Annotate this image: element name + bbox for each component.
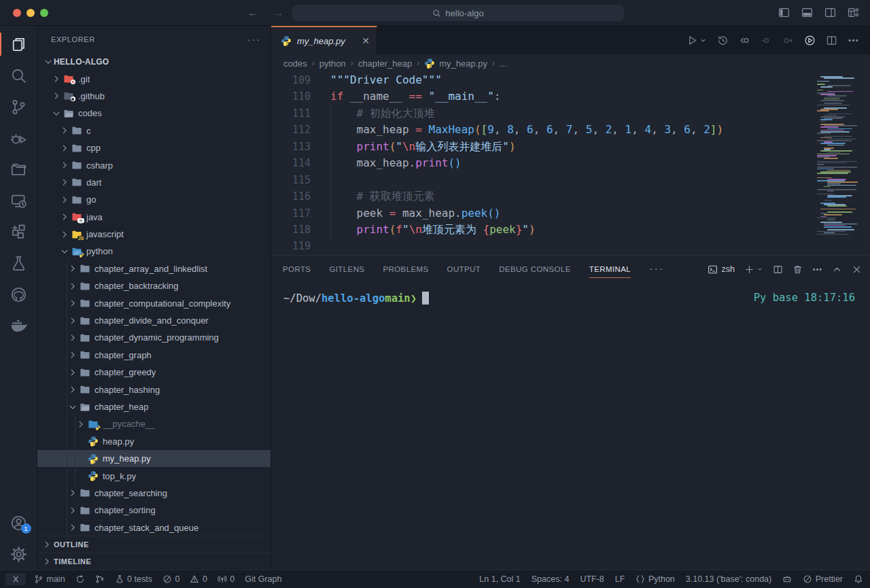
history-forward-icon[interactable]: → bbox=[273, 6, 284, 20]
history-back-icon[interactable]: ← bbox=[247, 6, 259, 20]
panel-tab-problems[interactable]: PROBLEMS bbox=[383, 256, 428, 283]
panel-tab-terminal[interactable]: TERMINAL bbox=[589, 256, 631, 283]
panel-tab-ports[interactable]: PORTS bbox=[283, 256, 311, 283]
tree-item-heap-py[interactable]: heap.py bbox=[37, 433, 271, 450]
terminal[interactable]: ~/Dow/hello-algo main ❯ Py base 18:17:16 bbox=[271, 283, 870, 570]
panel-right-icon[interactable] bbox=[824, 7, 836, 18]
tree-item-javascript[interactable]: JSjavascript bbox=[37, 226, 271, 243]
activity-source-control[interactable] bbox=[0, 91, 37, 122]
breadcrumb-item[interactable]: codes bbox=[283, 58, 307, 69]
status-broadcast[interactable]: 0 bbox=[218, 574, 234, 584]
activity-github[interactable] bbox=[0, 279, 37, 310]
tree-item-chapter-backtracking[interactable]: chapter_backtracking bbox=[37, 277, 271, 294]
status-branch[interactable]: main bbox=[34, 574, 65, 584]
close-icon[interactable] bbox=[852, 264, 862, 275]
tree-item-chapter-graph[interactable]: chapter_graph bbox=[37, 347, 271, 364]
run-circle-icon[interactable] bbox=[804, 35, 816, 46]
tree-item-chapter-heap[interactable]: chapter_heap bbox=[37, 398, 271, 415]
status-braces[interactable]: Python bbox=[636, 574, 674, 584]
layout-custom-icon[interactable] bbox=[848, 7, 859, 18]
status-3-10-13-base-conda-[interactable]: 3.10.13 ('base': conda) bbox=[686, 574, 771, 584]
code-editor[interactable]: 109"""Driver Code"""110if __name__ == "_… bbox=[271, 72, 870, 255]
close-window-button[interactable] bbox=[13, 9, 21, 17]
nav-forward-dim-icon[interactable] bbox=[782, 35, 794, 46]
activity-file-folder[interactable] bbox=[0, 154, 37, 185]
tree-item-go[interactable]: go bbox=[37, 191, 271, 208]
tree-item-cpp[interactable]: cpp bbox=[37, 139, 271, 156]
status-git-graph[interactable] bbox=[95, 574, 105, 584]
tree-root[interactable]: HELLO-ALGO bbox=[37, 53, 271, 70]
sidebar-section-timeline[interactable]: TIMELINE bbox=[37, 553, 271, 570]
tree-item-chapter-dynamic-programming[interactable]: chapter_dynamic_programming bbox=[37, 329, 271, 346]
terminal-shell-selector[interactable]: zsh bbox=[708, 264, 735, 275]
new-terminal-button[interactable] bbox=[744, 264, 763, 275]
activity-search[interactable] bbox=[0, 60, 37, 91]
zoom-window-button[interactable] bbox=[40, 9, 48, 17]
tree-item-csharp[interactable]: csharp bbox=[37, 156, 271, 173]
run-button[interactable] bbox=[686, 35, 707, 46]
status-sync[interactable] bbox=[75, 574, 85, 584]
split-editor-icon[interactable] bbox=[826, 35, 837, 46]
tree-item--pycache-[interactable]: __pycache__ bbox=[37, 415, 271, 432]
panel-tab-output[interactable]: OUTPUT bbox=[447, 256, 481, 283]
activity-accounts[interactable]: 1 bbox=[0, 507, 37, 538]
status-error[interactable]: 0 bbox=[162, 574, 179, 584]
tree-item-chapter-divide-and-conquer[interactable]: chapter_divide_and_conquer bbox=[37, 312, 271, 329]
status-warning[interactable]: 0 bbox=[190, 574, 207, 584]
activity-explorer[interactable] bbox=[0, 29, 37, 60]
tree-item-chapter-hashing[interactable]: chapter_hashing bbox=[37, 381, 271, 398]
history-icon[interactable] bbox=[717, 35, 729, 46]
minimize-window-button[interactable] bbox=[27, 9, 35, 17]
breadcrumb-item[interactable]: chapter_heap bbox=[358, 58, 413, 69]
activity-run-debug[interactable] bbox=[0, 122, 37, 154]
status-beaker-sm[interactable]: 0 tests bbox=[115, 574, 152, 584]
panel-bottom-icon[interactable] bbox=[801, 7, 813, 18]
activity-extensions[interactable] bbox=[0, 216, 37, 247]
nav-circle-dim-icon[interactable] bbox=[761, 35, 772, 46]
tree-item-java[interactable]: ☕java bbox=[37, 209, 271, 226]
minimap[interactable] bbox=[817, 76, 862, 237]
trash-icon[interactable] bbox=[793, 264, 803, 275]
tree-item-c[interactable]: c bbox=[37, 122, 271, 139]
panel-tab-debug-console[interactable]: DEBUG CONSOLE bbox=[499, 256, 571, 283]
tree-item-top-k-py[interactable]: top_k.py bbox=[37, 467, 271, 484]
nav-back-icon[interactable] bbox=[739, 35, 750, 46]
tree-item-chapter-sorting[interactable]: chapter_sorting bbox=[37, 502, 271, 519]
status-ln-1-col-1[interactable]: Ln 1, Col 1 bbox=[479, 574, 520, 584]
activity-docker[interactable] bbox=[0, 310, 37, 341]
activity-remote-explorer[interactable] bbox=[0, 185, 37, 216]
more-icon[interactable] bbox=[812, 264, 822, 275]
tree-item-chapter-searching[interactable]: chapter_searching bbox=[37, 485, 271, 502]
status-spaces-4[interactable]: Spaces: 4 bbox=[532, 574, 570, 584]
breadcrumb-item[interactable]: ... bbox=[500, 58, 507, 69]
status-bell[interactable] bbox=[854, 574, 863, 584]
tree-item-python[interactable]: python bbox=[37, 243, 271, 260]
chevron-up-icon[interactable] bbox=[832, 264, 842, 275]
tree-item-codes[interactable]: codes bbox=[37, 105, 271, 122]
sidebar-section-outline[interactable]: OUTLINE bbox=[37, 536, 271, 553]
activity-testing[interactable] bbox=[0, 247, 37, 279]
command-center-search[interactable]: hello-algo bbox=[292, 5, 624, 21]
panel-tabs-more-icon[interactable]: ··· bbox=[649, 263, 664, 275]
status-copilot[interactable] bbox=[782, 574, 792, 584]
activity-settings[interactable] bbox=[0, 538, 37, 570]
status-utf-8[interactable]: UTF-8 bbox=[580, 574, 604, 584]
tree-item-chapter-computational-complexity[interactable]: chapter_computational_complexity bbox=[37, 294, 271, 311]
panel-tab-gitlens[interactable]: GITLENS bbox=[329, 256, 364, 283]
status-remote[interactable] bbox=[5, 573, 26, 585]
status-prettier[interactable]: Prettier bbox=[803, 574, 843, 584]
split-panel-icon[interactable] bbox=[773, 264, 783, 275]
tab-my-heap[interactable]: my_heap.py ✕ bbox=[271, 26, 377, 54]
tree-item--git[interactable]: .git bbox=[37, 70, 271, 87]
breadcrumb-item[interactable]: python bbox=[319, 58, 346, 69]
tree-item-dart[interactable]: dart bbox=[37, 174, 271, 191]
status-lf[interactable]: LF bbox=[615, 574, 625, 584]
tree-item--github[interactable]: .github bbox=[37, 88, 271, 105]
tree-item-chapter-array-and-linkedlist[interactable]: chapter_array_and_linkedlist bbox=[37, 260, 271, 277]
tree-item-chapter-greedy[interactable]: chapter_greedy bbox=[37, 364, 271, 381]
panel-left-icon[interactable] bbox=[778, 7, 790, 18]
tree-item-chapter-stack-and-queue[interactable]: chapter_stack_and_queue bbox=[37, 519, 271, 536]
tab-close-icon[interactable]: ✕ bbox=[362, 35, 370, 46]
more-icon[interactable] bbox=[848, 35, 859, 46]
tree-item-my-heap-py[interactable]: my_heap.py bbox=[37, 450, 271, 467]
